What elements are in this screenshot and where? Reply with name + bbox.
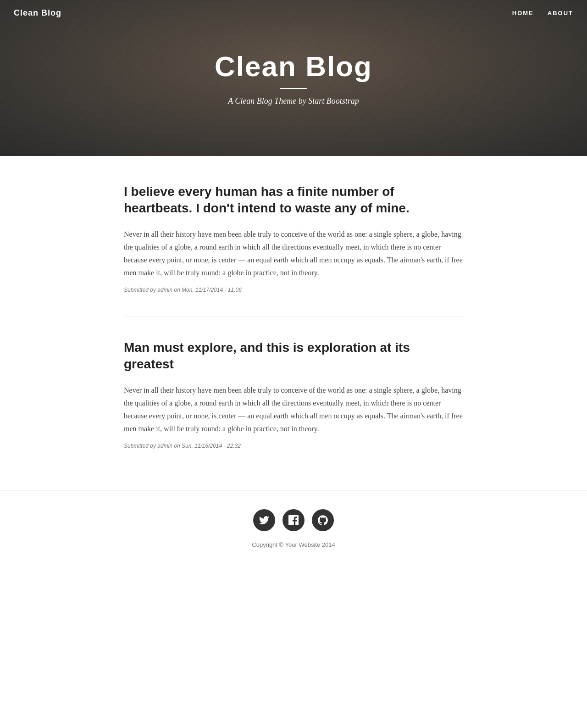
facebook-icon xyxy=(288,515,299,525)
nav-link-about[interactable]: ABOUT xyxy=(548,10,573,17)
post-1-meta: Submitted by admin on Mon, 11/17/2014 - … xyxy=(124,287,463,293)
navbar: Clean Blog HOME ABOUT xyxy=(0,0,587,26)
post-divider-1 xyxy=(124,316,463,317)
post-2: Man must explore, and this is exploratio… xyxy=(124,339,463,449)
twitter-icon xyxy=(259,515,269,525)
twitter-icon-link[interactable] xyxy=(253,509,275,531)
post-2-body: Never in all their history have men been… xyxy=(124,384,463,435)
post-1-body: Never in all their history have men been… xyxy=(124,228,463,279)
facebook-icon-link[interactable] xyxy=(282,509,305,531)
post-1: I believe every human has a finite numbe… xyxy=(124,183,463,293)
nav-link-home[interactable]: HOME xyxy=(512,10,534,17)
nav-brand[interactable]: Clean Blog xyxy=(14,8,61,18)
hero-subtitle: A Clean Blog Theme by Start Bootstrap xyxy=(215,96,372,106)
social-icons xyxy=(0,509,587,531)
hero-divider xyxy=(280,88,307,89)
post-2-title-link[interactable]: Man must explore, and this is exploratio… xyxy=(124,340,410,371)
github-icon xyxy=(318,515,328,525)
footer: Copyright © Your Website 2014 xyxy=(0,490,587,562)
post-2-title[interactable]: Man must explore, and this is exploratio… xyxy=(124,339,463,373)
footer-copyright: Copyright © Your Website 2014 xyxy=(0,541,587,548)
github-icon-link[interactable] xyxy=(312,509,334,531)
post-1-title[interactable]: I believe every human has a finite numbe… xyxy=(124,183,463,217)
post-2-meta: Submitted by admin on Sun, 11/16/2014 - … xyxy=(124,443,463,449)
main-content: I believe every human has a finite numbe… xyxy=(110,156,477,490)
nav-links: HOME ABOUT xyxy=(512,10,573,17)
hero-title: Clean Blog xyxy=(215,50,372,83)
hero-content: Clean Blog A Clean Blog Theme by Start B… xyxy=(215,50,372,106)
post-1-title-link[interactable]: I believe every human has a finite numbe… xyxy=(124,184,410,215)
